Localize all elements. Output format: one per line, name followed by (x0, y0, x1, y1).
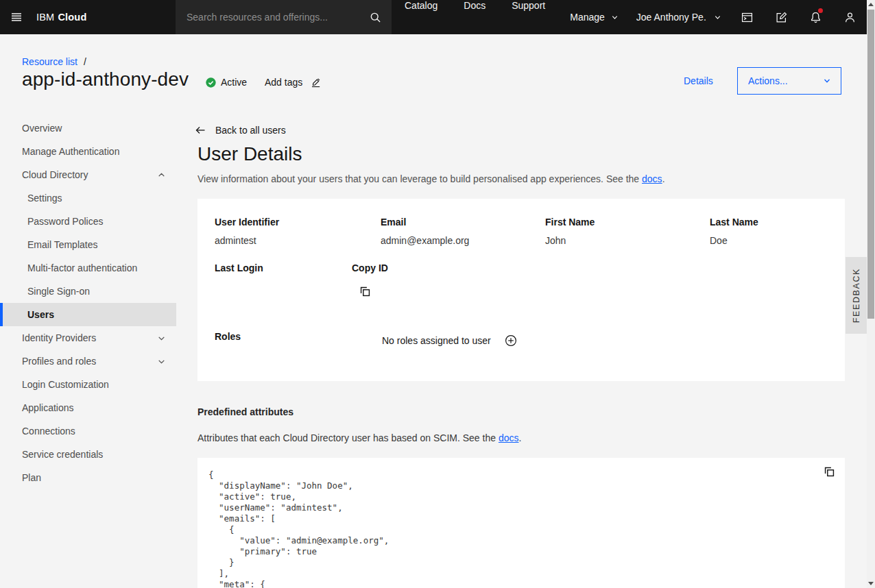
vertical-scrollbar[interactable] (867, 0, 875, 588)
docs-link[interactable]: docs (499, 432, 519, 443)
hamburger-menu-button[interactable] (0, 0, 33, 34)
copy-id-button[interactable] (359, 285, 372, 298)
sidebar-item-label: Identity Providers (22, 332, 96, 343)
add-tags-label: Add tags (265, 77, 302, 88)
header-nav: Catalog Docs Support Manage Joe Anthony … (392, 0, 730, 34)
breadcrumb-resource-list-link[interactable]: Resource list (22, 56, 77, 67)
code-line: "value": "admin@example.org", (208, 535, 389, 546)
actions-label: Actions... (748, 75, 788, 86)
profile-button[interactable] (832, 0, 867, 34)
chevron-down-icon (823, 77, 831, 85)
edit-pencil-icon (310, 77, 322, 88)
feedback-label: FEEDBACK (852, 268, 861, 323)
web-terminal-button[interactable] (730, 0, 764, 34)
active-check-icon (206, 77, 216, 88)
actions-dropdown[interactable]: Actions... (737, 67, 841, 95)
manage-menu-button[interactable]: Manage (558, 0, 627, 34)
status-label: Active (221, 77, 247, 88)
feedback-tab[interactable]: FEEDBACK (846, 257, 867, 334)
chevron-down-icon (157, 357, 166, 366)
sidebar-item-plan[interactable]: Plan (0, 466, 176, 489)
sidebar-item-label: Profiles and roles (22, 356, 96, 367)
sidebar-item-password-polices[interactable]: Password Polices (0, 210, 176, 233)
nav-catalog[interactable]: Catalog (392, 0, 451, 34)
code-line: "emails": [ (208, 513, 389, 524)
sidebar-item-label: Password Polices (27, 216, 104, 227)
notifications-button[interactable] (798, 0, 832, 34)
roles-row: No roles assigned to user (382, 334, 518, 347)
sidebar-item-service-credentials[interactable]: Service credentials (0, 443, 176, 466)
description-text: Attributes that each Cloud Directory use… (197, 432, 499, 443)
copy-icon (359, 285, 372, 298)
sidebar-item-settings[interactable]: Settings (0, 186, 176, 210)
field-label-last-name: Last Name (710, 217, 758, 228)
field-label-email: Email (381, 217, 406, 228)
sidebar-item-multi-factor-authentication[interactable]: Multi-factor authentication (0, 256, 176, 280)
scrollbar-thumb[interactable] (867, 10, 874, 319)
sidebar-item-single-sign-on[interactable]: Single Sign-on (0, 280, 176, 303)
sidebar-item-label: Users (27, 309, 54, 320)
sidebar-item-cloud-directory[interactable]: Cloud Directory (0, 163, 176, 186)
sidebar-item-label: Single Sign-on (27, 286, 90, 297)
details-link[interactable]: Details (684, 75, 713, 86)
sidebar-nav: Overview Manage Authentication Cloud Dir… (0, 117, 176, 489)
account-menu-button[interactable]: Joe Anthony Pe... (627, 0, 730, 34)
sidebar-item-overview[interactable]: Overview (0, 117, 176, 140)
breadcrumb: Resource list / (22, 56, 86, 67)
breadcrumb-separator: / (84, 56, 86, 67)
code-line: "meta": { (208, 579, 389, 588)
chevron-up-icon (157, 171, 166, 180)
search-button[interactable] (359, 0, 392, 34)
docs-link[interactable]: docs (642, 173, 662, 184)
add-circle-icon (504, 334, 518, 347)
app-window: IBM Cloud Catalog Docs Support Manage Jo (0, 0, 875, 588)
nav-docs[interactable]: Docs (451, 0, 499, 34)
brand-prefix: IBM (36, 12, 54, 23)
hamburger-icon (10, 10, 23, 24)
top-header: IBM Cloud Catalog Docs Support Manage Jo (0, 0, 875, 34)
sidebar-item-label: Email Templates (27, 239, 97, 250)
user-details-card: User Identifier Email First Name Last Na… (197, 199, 845, 381)
sidebar-item-label: Login Customization (22, 379, 109, 390)
sidebar-item-login-customization[interactable]: Login Customization (0, 373, 176, 396)
search-icon (370, 12, 381, 23)
brand-suffix: Cloud (58, 12, 86, 23)
sidebar-item-profiles-and-roles[interactable]: Profiles and roles (0, 350, 176, 373)
global-search (176, 0, 392, 34)
sidebar-item-users[interactable]: Users (0, 303, 176, 326)
doc-survey-button[interactable] (764, 0, 798, 34)
predefined-attributes-title: Predefined attributes (197, 406, 293, 417)
scrollbar-down-arrow[interactable] (868, 582, 874, 585)
copy-icon (823, 465, 836, 478)
predefined-attributes-description: Attributes that each Cloud Directory use… (197, 432, 521, 443)
sidebar-item-identity-providers[interactable]: Identity Providers (0, 326, 176, 350)
field-value-email: admin@example.org (381, 235, 469, 246)
sidebar-item-email-templates[interactable]: Email Templates (0, 233, 176, 256)
account-label: Joe Anthony Pe... (636, 12, 706, 23)
sidebar-item-manage-authentication[interactable]: Manage Authentication (0, 140, 176, 163)
code-line: } (208, 557, 389, 568)
sidebar-item-label: Settings (27, 193, 62, 204)
web-terminal-icon (741, 11, 754, 24)
code-line: { (208, 524, 389, 535)
sidebar-item-applications[interactable]: Applications (0, 396, 176, 419)
chevron-down-icon (157, 334, 166, 343)
scrollbar-up-arrow[interactable] (868, 3, 874, 6)
status-badge: Active (206, 77, 247, 88)
copy-code-button[interactable] (823, 465, 836, 478)
search-input[interactable] (176, 0, 359, 34)
nav-support[interactable]: Support (499, 0, 558, 34)
back-to-all-users-link[interactable]: Back to all users (194, 124, 286, 136)
add-role-button[interactable] (504, 334, 518, 347)
edit-note-icon (775, 11, 788, 24)
field-value-user-identifier: admintest (215, 235, 256, 246)
arrow-left-icon (194, 124, 206, 136)
ibm-cloud-logo[interactable]: IBM Cloud (36, 0, 86, 34)
code-content: { "displayName": "John Doe", "active": t… (208, 469, 389, 588)
scim-attributes-code-block: { "displayName": "John Doe", "active": t… (197, 458, 845, 588)
sidebar-item-label: Applications (22, 402, 74, 413)
sidebar-item-label: Plan (22, 472, 41, 483)
sidebar-item-connections[interactable]: Connections (0, 419, 176, 443)
add-tags-button[interactable]: Add tags (265, 75, 322, 89)
roles-empty-text: No roles assigned to user (382, 335, 491, 346)
